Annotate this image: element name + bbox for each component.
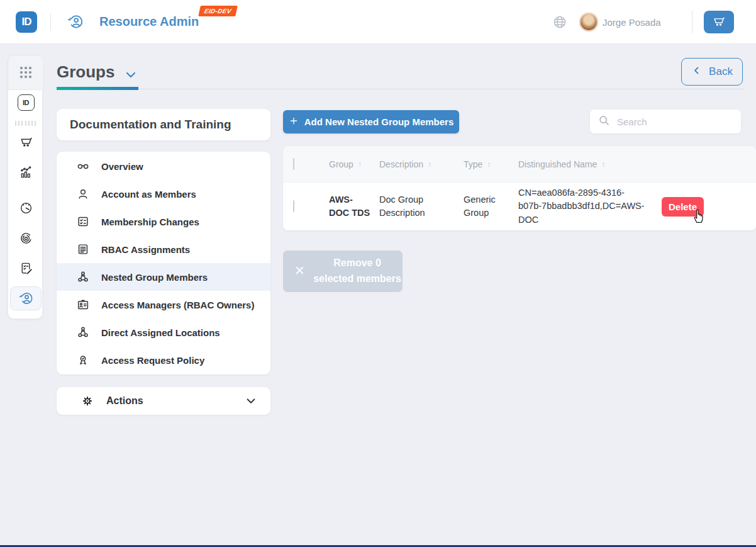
column-header-description[interactable]: Description ↑	[379, 159, 464, 169]
environment-badge: EID-DEV	[198, 6, 237, 16]
hierarchy-icon	[76, 325, 90, 339]
search-input[interactable]	[617, 116, 742, 127]
menu-item-access-request-policy[interactable]: Access Request Policy	[57, 346, 270, 374]
menu-item-membership-changes[interactable]: Membership Changes	[57, 208, 270, 235]
icon-rail: ID	[8, 55, 43, 319]
cell-distinguished-name: CN=aea086fa-2895-4316-b07b-7bbadbb3df1d,…	[518, 186, 653, 226]
resource-admin-app: ID Resource Admin EID-DEV Jorge Posada	[0, 0, 756, 547]
group-title-card: Documentation and Training	[57, 109, 270, 140]
gauge-icon[interactable]	[8, 200, 43, 215]
menu-item-direct-assigned-locations[interactable]: Direct Assigned Locations	[57, 319, 270, 346]
remove-selected-button[interactable]: Remove 0 selected members	[283, 251, 403, 292]
avatar[interactable]	[579, 13, 598, 31]
cart-button[interactable]	[704, 11, 734, 33]
actions-label: Actions	[106, 395, 231, 407]
section-menu: Overview Account as Members Membership C…	[57, 152, 270, 375]
sort-ascending-icon: ↑	[428, 159, 432, 169]
chevron-down-icon	[244, 394, 258, 408]
close-icon	[294, 264, 306, 279]
select-all-checkbox[interactable]	[293, 158, 294, 170]
delete-button[interactable]: Delete	[662, 197, 704, 217]
chevron-left-icon	[691, 65, 703, 79]
brand-logo[interactable]: ID	[16, 11, 37, 33]
cart-icon	[712, 14, 726, 30]
user-sync-icon	[67, 13, 84, 31]
glasses-icon	[76, 159, 90, 173]
divider	[50, 13, 51, 31]
top-bar: ID Resource Admin EID-DEV Jorge Posada	[0, 0, 756, 44]
divider	[692, 11, 692, 33]
cart-icon[interactable]	[8, 134, 43, 149]
id-badge-icon	[76, 298, 90, 312]
checklist-edit-icon[interactable]	[8, 261, 43, 276]
globe-icon[interactable]	[552, 14, 567, 30]
menu-item-access-managers[interactable]: Access Managers (RBAC Owners)	[57, 291, 270, 319]
plus-icon	[289, 116, 299, 128]
apps-grid-icon[interactable]	[8, 55, 44, 90]
active-tab-underline	[57, 87, 138, 90]
actions-dropdown[interactable]: Actions	[57, 387, 270, 415]
sort-ascending-icon: ↑	[601, 159, 606, 169]
cell-description: Doc Group Description	[379, 193, 464, 220]
menu-item-nested-group-members[interactable]: Nested Group Members	[57, 263, 270, 291]
divider	[57, 89, 743, 89]
add-nested-group-members-button[interactable]: Add New Nested Group Members	[283, 110, 459, 133]
person-icon	[76, 187, 90, 201]
user-sync-icon[interactable]	[10, 286, 42, 310]
menu-item-overview[interactable]: Overview	[57, 152, 270, 180]
sort-ascending-icon: ↑	[487, 159, 491, 169]
search-icon	[598, 114, 611, 130]
column-header-distinguished-name[interactable]: Distinguished Name ↑	[518, 159, 653, 169]
award-person-icon	[76, 353, 90, 367]
document-lines-icon	[76, 242, 90, 256]
table-row: AWS-DOC TDS Doc Group Description Generi…	[283, 183, 756, 230]
cell-group: AWS-DOC TDS	[329, 193, 379, 220]
group-title: Documentation and Training	[70, 118, 231, 132]
user-name[interactable]: Jorge Posada	[603, 17, 661, 28]
dots-divider	[8, 116, 43, 131]
checklist-icon	[76, 215, 90, 228]
column-header-type[interactable]: Type ↑	[464, 159, 518, 169]
column-header-group[interactable]: Group ↑	[329, 159, 379, 169]
gear-icon	[81, 395, 94, 407]
table-header-row: Group ↑ Description ↑ Type ↑ Distinguish…	[283, 146, 756, 183]
analytics-chart-icon[interactable]	[8, 164, 43, 179]
members-table: Group ↑ Description ↑ Type ↑ Distinguish…	[283, 146, 756, 230]
back-button[interactable]: Back	[681, 58, 743, 86]
cell-type: Generic Group	[464, 193, 518, 220]
menu-item-rbac-assignments[interactable]: RBAC Assignments	[57, 235, 270, 263]
id-card-icon[interactable]: ID	[8, 95, 43, 110]
fingerprint-icon[interactable]	[8, 230, 43, 245]
page-title: Groups	[57, 62, 114, 82]
app-title: Resource Admin	[99, 14, 199, 29]
hierarchy-icon	[76, 270, 90, 284]
chevron-down-icon[interactable]	[123, 67, 138, 82]
row-checkbox[interactable]	[293, 200, 294, 212]
menu-item-account-as-members[interactable]: Account as Members	[57, 180, 270, 208]
sort-ascending-icon: ↑	[358, 159, 362, 169]
search-box	[590, 110, 741, 133]
